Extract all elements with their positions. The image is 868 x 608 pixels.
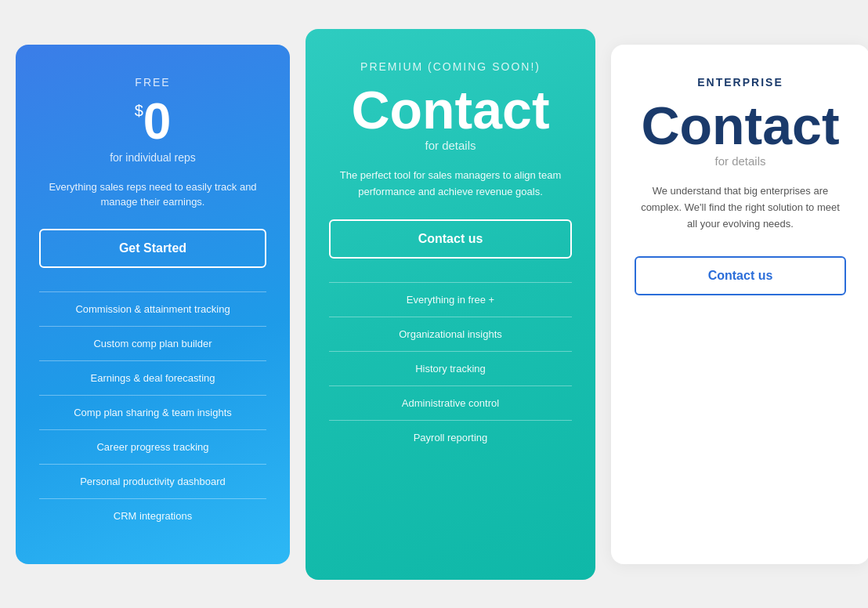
enterprise-price-heading: Contact — [641, 96, 839, 155]
free-feature-item: Comp plan sharing & team insights — [39, 395, 266, 429]
free-feature-item: CRM integrations — [39, 498, 266, 533]
free-feature-item: Personal productivity dashboard — [39, 464, 266, 498]
free-plan-label: FREE — [135, 76, 170, 89]
premium-plan-card: PREMIUM (COMING SOON!) Contact for detai… — [306, 29, 595, 580]
premium-price-heading: Contact — [351, 81, 549, 139]
free-feature-item: Commission & attainment tracking — [39, 291, 266, 326]
free-plan-card: FREE $ 0 for individual reps Everything … — [16, 45, 290, 564]
premium-contact-us-button[interactable]: Contact us — [329, 219, 572, 259]
free-feature-list: Commission & attainment trackingCustom c… — [39, 291, 266, 533]
free-feature-item: Custom comp plan builder — [39, 326, 266, 360]
enterprise-plan-card: ENTERPRISE Contact for details We unders… — [611, 45, 868, 564]
premium-plan-label: PREMIUM (COMING SOON!) — [360, 60, 541, 73]
premium-price-subtitle: for details — [425, 139, 476, 152]
premium-feature-item: Administrative control — [329, 385, 572, 420]
pricing-container: FREE $ 0 for individual reps Everything … — [0, 21, 868, 588]
premium-feature-item: Payroll reporting — [329, 420, 572, 454]
premium-feature-item: History tracking — [329, 351, 572, 385]
free-price-row: $ 0 — [135, 96, 172, 147]
get-started-button[interactable]: Get Started — [39, 229, 266, 268]
premium-feature-list: Everything in free +Organizational insig… — [329, 282, 572, 454]
free-price-number: 0 — [143, 96, 172, 147]
free-price-subtitle: for individual reps — [110, 151, 196, 164]
free-feature-item: Earnings & deal forecasting — [39, 360, 266, 395]
enterprise-contact-us-button[interactable]: Contact us — [635, 256, 846, 295]
free-feature-item: Career progress tracking — [39, 429, 266, 464]
enterprise-plan-label: ENTERPRISE — [697, 76, 783, 89]
premium-feature-item: Organizational insights — [329, 317, 572, 351]
free-plan-description: Everything sales reps need to easily tra… — [39, 179, 266, 210]
premium-feature-item: Everything in free + — [329, 282, 572, 317]
enterprise-price-subtitle: for details — [714, 154, 765, 168]
premium-plan-description: The perfect tool for sales managers to a… — [329, 168, 572, 201]
free-price-dollar: $ — [135, 103, 143, 118]
enterprise-plan-description: We understand that big enterprises are c… — [635, 183, 846, 232]
